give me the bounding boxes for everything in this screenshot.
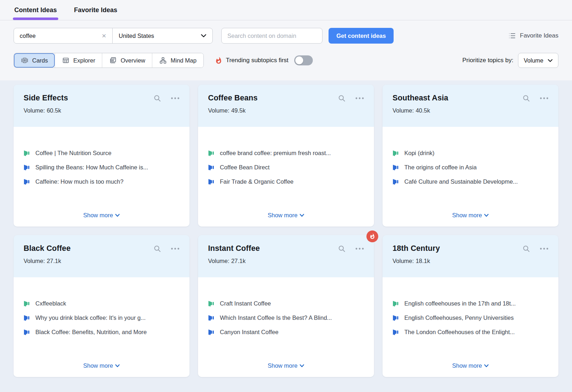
search-icon[interactable] — [338, 245, 346, 253]
headline-item[interactable]: The origins of coffee in Asia — [393, 164, 548, 171]
topic-card-side-effects: Side Effects Volume:60.5k Coffee | The N… — [14, 85, 189, 227]
card-header: Southeast Asia Volume:40.5k — [383, 85, 558, 127]
megaphone-icon — [208, 301, 214, 307]
view-tab-cards[interactable]: Cards — [14, 53, 55, 68]
headline-list: Kopi (drink) The origins of coffee in As… — [393, 150, 548, 193]
favorite-ideas-link[interactable]: Favorite Ideas — [508, 32, 558, 40]
card-title: Southeast Asia — [393, 94, 448, 103]
card-body: Craft Instant Coffee Which Instant Coffe… — [198, 277, 374, 377]
show-more-button[interactable]: Show more — [83, 212, 120, 219]
card-body: Kopi (drink) The origins of coffee in As… — [383, 127, 558, 227]
headline-text: The origins of coffee in Asia — [404, 164, 477, 171]
tab-content-ideas[interactable]: Content Ideas — [14, 0, 58, 20]
search-icon[interactable] — [338, 94, 346, 102]
search-icon[interactable] — [522, 245, 530, 253]
headline-list: coffee brand coffee: premium fresh roast… — [208, 150, 364, 193]
tab-favorite-ideas[interactable]: Favorite Ideas — [73, 0, 118, 20]
chevron-down-icon — [484, 364, 489, 367]
ellipsis-menu-icon[interactable] — [540, 248, 548, 250]
megaphone-icon — [208, 315, 214, 321]
trending-toggle[interactable] — [294, 55, 313, 65]
view-label: Cards — [32, 57, 48, 64]
search-icon[interactable] — [153, 94, 161, 102]
megaphone-icon — [393, 315, 399, 321]
card-body: Cxffeeblack Why you drink black coffee: … — [14, 277, 189, 377]
prioritize-select[interactable]: Volume — [518, 53, 558, 68]
search-icon[interactable] — [153, 245, 161, 253]
headline-item[interactable]: Cxffeeblack — [24, 300, 179, 307]
flame-icon — [215, 57, 222, 64]
headline-item[interactable]: Caffeine: How much is too much? — [24, 178, 179, 185]
show-more-button[interactable]: Show more — [452, 212, 489, 219]
headline-item[interactable]: The London Coffeehouses of the Enlight..… — [393, 329, 548, 336]
ellipsis-menu-icon[interactable] — [171, 97, 179, 99]
keyword-input[interactable] — [14, 28, 96, 43]
favorite-ideas-label: Favorite Ideas — [520, 32, 558, 39]
megaphone-icon — [393, 164, 399, 170]
headline-item[interactable]: Black Coffee: Benefits, Nutrition, and M… — [24, 329, 179, 336]
headline-text: Which Instant Coffee Is the Best? A Blin… — [220, 314, 332, 321]
card-title: 18th Century — [393, 244, 440, 253]
region-select-value: United States — [119, 33, 154, 39]
megaphone-icon — [24, 150, 30, 156]
headline-item[interactable]: Coffee | The Nutrition Source — [24, 150, 179, 157]
get-content-ideas-button[interactable]: Get content ideas — [329, 28, 394, 44]
prioritize-topics-label: Prioritize topics by: — [462, 57, 513, 64]
chevron-down-icon — [548, 59, 553, 62]
ellipsis-menu-icon[interactable] — [355, 97, 364, 99]
headline-item[interactable]: Craft Instant Coffee — [208, 300, 364, 307]
mindmap-view-icon — [159, 56, 167, 64]
headline-list: Craft Instant Coffee Which Instant Coffe… — [208, 300, 364, 343]
volume-value: 49.5k — [231, 107, 246, 114]
card-title: Instant Coffee — [208, 244, 260, 253]
headline-item[interactable]: Kopi (drink) — [393, 150, 548, 157]
headline-text: The London Coffeehouses of the Enlight..… — [404, 329, 515, 336]
toggle-knob — [295, 56, 303, 64]
view-tab-mind-map[interactable]: Mind Map — [152, 53, 203, 68]
region-select[interactable]: United States — [112, 28, 212, 43]
ellipsis-menu-icon[interactable] — [355, 248, 364, 250]
tab-label: Content Ideas — [14, 6, 57, 14]
headline-text: Canyon Instant Coffee — [220, 329, 278, 336]
headline-item[interactable]: Café Culture and Sustainable Developme..… — [393, 178, 548, 185]
headline-text: English Coffeehouses, Penny Universities — [404, 314, 514, 321]
page-header: Content Ideas Favorite Ideas × United St… — [0, 0, 572, 80]
headline-item[interactable]: Fair Trade & Organic Coffee — [208, 178, 364, 185]
megaphone-icon — [24, 164, 30, 170]
headline-item[interactable]: Which Instant Coffee Is the Best? A Blin… — [208, 314, 364, 321]
megaphone-icon — [24, 301, 30, 307]
show-more-button[interactable]: Show more — [452, 362, 489, 369]
volume-label: Volume: — [393, 107, 414, 114]
chevron-down-icon — [300, 214, 304, 217]
headline-text: Fair Trade & Organic Coffee — [220, 178, 294, 185]
card-header: 18th Century Volume:18.1k — [383, 235, 558, 277]
megaphone-icon — [208, 164, 214, 170]
content-area: Side Effects Volume:60.5k Coffee | The N… — [0, 80, 572, 392]
headline-item[interactable]: Coffee Bean Direct — [208, 164, 364, 171]
view-label: Mind Map — [171, 57, 196, 64]
headline-item[interactable]: Canyon Instant Coffee — [208, 329, 364, 336]
show-more-button[interactable]: Show more — [268, 212, 304, 219]
view-tab-overview[interactable]: Overview — [102, 53, 152, 68]
volume-label: Volume: — [208, 107, 230, 114]
megaphone-icon — [208, 179, 214, 185]
topic-card-southeast-asia: Southeast Asia Volume:40.5k Kopi (drink)… — [383, 85, 558, 227]
clear-icon[interactable]: × — [96, 28, 112, 43]
chevron-down-icon — [201, 34, 206, 38]
show-more-button[interactable]: Show more — [268, 362, 304, 369]
ellipsis-menu-icon[interactable] — [171, 248, 179, 250]
active-tab-underline — [13, 18, 58, 20]
show-more-button[interactable]: Show more — [83, 362, 120, 369]
search-icon[interactable] — [522, 94, 530, 102]
show-more-label: Show more — [83, 362, 113, 369]
card-header: Instant Coffee Volume:27.1k — [198, 235, 374, 277]
headline-item[interactable]: coffee brand coffee: premium fresh roast… — [208, 150, 364, 157]
headline-item[interactable]: English coffeehouses in the 17th and 18t… — [393, 300, 548, 307]
ellipsis-menu-icon[interactable] — [540, 97, 548, 99]
tab-bar: Content Ideas Favorite Ideas — [0, 0, 572, 20]
headline-item[interactable]: Spilling the Beans: How Much Caffeine is… — [24, 164, 179, 171]
domain-search-input[interactable] — [221, 28, 322, 44]
view-tab-explorer[interactable]: Explorer — [55, 53, 102, 68]
headline-item[interactable]: Why you drink black coffee: It's in your… — [24, 314, 179, 321]
headline-item[interactable]: English Coffeehouses, Penny Universities — [393, 314, 548, 321]
